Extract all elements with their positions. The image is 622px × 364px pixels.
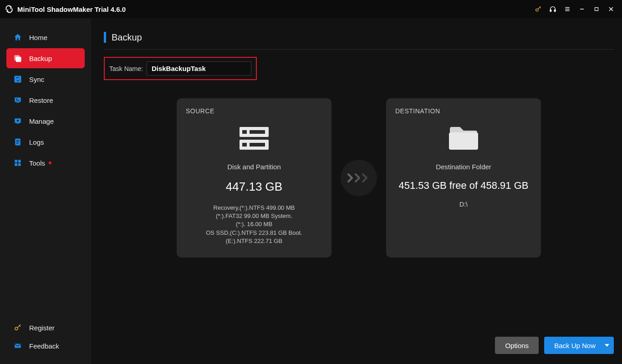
- source-title: SOURCE: [186, 107, 214, 115]
- destination-subtitle: Destination Folder: [436, 163, 491, 171]
- sidebar-item-label: Sync: [29, 76, 44, 83]
- close-icon[interactable]: [605, 3, 617, 15]
- source-line: (*:). 16.00 MB: [206, 220, 302, 228]
- sidebar: Home Backup Sync Restore: [0, 18, 91, 364]
- svg-point-17: [17, 120, 19, 121]
- feedback-label: Feedback: [29, 342, 59, 350]
- options-button[interactable]: Options: [495, 337, 539, 354]
- svg-rect-22: [15, 160, 17, 162]
- svg-rect-33: [250, 143, 265, 147]
- backup-now-button[interactable]: Back Up Now: [544, 337, 614, 354]
- key-icon: [13, 323, 23, 333]
- key-icon[interactable]: [532, 3, 545, 15]
- svg-rect-1: [550, 10, 551, 11]
- page-title: Backup: [112, 32, 142, 43]
- page-heading: Backup: [104, 32, 614, 50]
- transfer-arrow-icon: [341, 160, 377, 196]
- sidebar-item-label: Restore: [29, 96, 53, 104]
- source-line: (E:).NTFS 222.71 GB: [206, 237, 302, 245]
- svg-rect-2: [554, 10, 556, 11]
- sidebar-item-tools[interactable]: Tools: [6, 153, 85, 173]
- task-name-group: Task Name:: [104, 57, 257, 80]
- attention-dot-icon: [49, 162, 51, 164]
- chevron-down-icon: [605, 344, 609, 347]
- svg-rect-31: [250, 130, 265, 134]
- source-card[interactable]: SOURCE Disk and Partition 447.13 GB Reco…: [177, 98, 331, 258]
- source-subtitle: Disk and Partition: [227, 163, 281, 171]
- svg-rect-13: [15, 97, 20, 102]
- options-label: Options: [505, 342, 529, 349]
- svg-rect-16: [17, 123, 19, 124]
- source-size: 447.13 GB: [226, 180, 282, 194]
- sidebar-item-label: Manage: [29, 117, 54, 125]
- sidebar-item-backup[interactable]: Backup: [6, 48, 85, 68]
- app-logo-icon: [5, 5, 14, 14]
- restore-icon: [13, 95, 23, 105]
- sidebar-item-manage[interactable]: Manage: [6, 111, 85, 131]
- sync-icon: [13, 74, 23, 84]
- backup-icon: [13, 53, 23, 63]
- source-details: Recovery,(*:).NTFS 499.00 MB (*:).FAT32 …: [206, 204, 302, 245]
- sidebar-item-logs[interactable]: Logs: [6, 132, 85, 152]
- logs-icon: [13, 137, 23, 147]
- sidebar-item-sync[interactable]: Sync: [6, 69, 85, 89]
- sidebar-item-label: Home: [29, 34, 47, 41]
- svg-rect-30: [242, 130, 247, 134]
- tools-icon: [13, 158, 23, 168]
- headset-icon[interactable]: [546, 3, 559, 15]
- backup-now-label: Back Up Now: [554, 342, 596, 349]
- source-line: OS SSD,(C:).NTFS 223.81 GB Boot.: [206, 229, 302, 237]
- maximize-icon[interactable]: [590, 3, 603, 15]
- destination-free: 451.53 GB free of 458.91 GB: [399, 180, 529, 192]
- svg-rect-24: [15, 163, 17, 166]
- main-panel: Backup Task Name: SOURCE: [91, 18, 622, 364]
- svg-rect-11: [16, 57, 21, 62]
- svg-point-0: [536, 9, 538, 11]
- destination-card[interactable]: DESTINATION Destination Folder 451.53 GB…: [386, 98, 541, 258]
- sidebar-item-restore[interactable]: Restore: [6, 90, 85, 110]
- folder-icon: [445, 123, 482, 155]
- svg-rect-14: [17, 102, 19, 103]
- app-title: MiniTool ShadowMaker Trial 4.6.0: [17, 5, 126, 13]
- destination-title: DESTINATION: [395, 107, 440, 115]
- svg-rect-32: [242, 143, 247, 147]
- sidebar-feedback[interactable]: Feedback: [6, 337, 85, 355]
- sidebar-item-label: Logs: [29, 138, 44, 146]
- svg-rect-23: [18, 160, 21, 162]
- mail-icon: [13, 341, 23, 351]
- manage-icon: [13, 116, 23, 126]
- disk-icon: [236, 123, 272, 155]
- heading-accent-bar: [104, 32, 106, 43]
- titlebar: MiniTool ShadowMaker Trial 4.6.0: [0, 0, 622, 18]
- destination-path: D:\: [459, 201, 468, 208]
- task-name-label: Task Name:: [109, 65, 143, 72]
- svg-rect-12: [15, 76, 21, 83]
- sidebar-item-label: Backup: [29, 55, 52, 62]
- menu-icon[interactable]: [561, 3, 574, 15]
- register-label: Register: [29, 324, 55, 332]
- svg-rect-25: [18, 163, 21, 166]
- source-line: Recovery,(*:).NTFS 499.00 MB: [206, 204, 302, 212]
- sidebar-register[interactable]: Register: [6, 318, 85, 337]
- task-name-input[interactable]: [147, 61, 251, 76]
- svg-point-26: [15, 327, 18, 330]
- source-line: (*:).FAT32 99.00 MB System.: [206, 212, 302, 220]
- minimize-icon[interactable]: [576, 3, 588, 15]
- svg-rect-7: [595, 8, 598, 11]
- sidebar-item-label: Tools: [29, 159, 45, 167]
- svg-rect-27: [15, 344, 21, 348]
- home-icon: [13, 32, 23, 42]
- sidebar-item-home[interactable]: Home: [6, 27, 85, 47]
